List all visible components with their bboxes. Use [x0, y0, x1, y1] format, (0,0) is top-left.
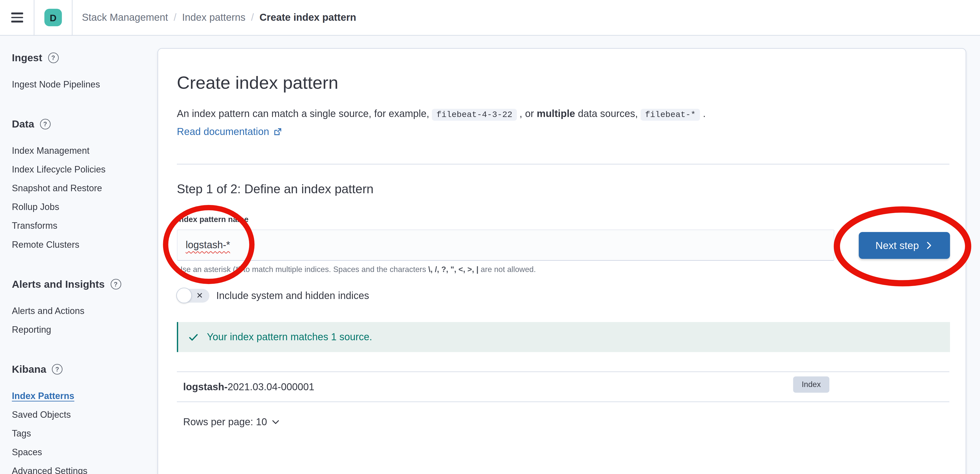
next-step-label: Next step: [875, 239, 919, 252]
next-step-button[interactable]: Next step: [859, 232, 950, 259]
callout-message: Your index pattern matches 1 source.: [207, 332, 372, 343]
intro-bold: multiple: [537, 108, 575, 119]
section-title-text: Kibana: [12, 363, 46, 375]
sidebar-item-reporting[interactable]: Reporting: [12, 320, 158, 339]
code-chip: filebeat-4-3-22: [432, 109, 517, 121]
sidebar-section-title-data: Data ?: [12, 118, 158, 130]
toggle-label: Include system and hidden indices: [216, 290, 369, 302]
help-icon[interactable]: ?: [48, 52, 59, 63]
sidebar-section-title-kibana: Kibana ?: [12, 363, 158, 375]
read-documentation-link[interactable]: Read documentation: [177, 124, 282, 139]
section-title-text: Ingest: [12, 51, 43, 64]
page-title: Create index pattern: [177, 72, 338, 93]
management-sidebar: Ingest ? Ingest Node Pipelines Data ? In…: [0, 35, 158, 474]
breadcrumb-index-patterns[interactable]: Index patterns: [182, 12, 246, 23]
sidebar-item-saved-objects[interactable]: Saved Objects: [12, 405, 158, 424]
create-index-pattern-panel: Create index pattern An index pattern ca…: [158, 48, 966, 474]
sidebar-item-rollup-jobs[interactable]: Rollup Jobs: [12, 198, 158, 216]
external-link-icon: [273, 128, 282, 136]
intro-part: An index pattern can match a single sour…: [177, 108, 429, 119]
row-name-rest: 2021.03.04-000001: [228, 381, 314, 392]
success-callout: Your index pattern matches 1 source.: [177, 322, 950, 352]
index-pattern-value: logstash-*: [186, 239, 230, 251]
helper-pre: Use an asterisk (*) to match multiple in…: [177, 265, 426, 274]
index-badge: Index: [793, 377, 829, 393]
divider: [177, 164, 950, 164]
sidebar-item-snapshot-and-restore[interactable]: Snapshot and Restore: [12, 179, 158, 198]
intro-part: .: [703, 108, 706, 119]
section-title-text: Data: [12, 118, 34, 130]
breadcrumb-separator: /: [251, 12, 254, 23]
menu-button[interactable]: [0, 0, 35, 35]
intro-part: , or: [520, 108, 534, 119]
sidebar-section-kibana: Kibana ? Index Patterns Saved Objects Ta…: [12, 363, 158, 474]
sidebar-item-tags[interactable]: Tags: [12, 424, 158, 443]
space-avatar: D: [45, 9, 62, 26]
sidebar-item-index-patterns[interactable]: Index Patterns: [12, 386, 158, 405]
include-hidden-indices-row: ✕ Include system and hidden indices: [177, 288, 369, 304]
breadcrumb-stack-management[interactable]: Stack Management: [82, 12, 168, 23]
sidebar-item-alerts-and-actions[interactable]: Alerts and Actions: [12, 302, 158, 320]
help-icon[interactable]: ?: [110, 279, 121, 289]
space-switcher[interactable]: D: [35, 0, 73, 35]
sidebar-section-title-alerts-insights: Alerts and Insights ?: [12, 278, 158, 290]
include-hidden-toggle[interactable]: ✕: [177, 289, 209, 303]
kibana-page: D Stack Management / Index patterns / Cr…: [0, 0, 980, 474]
intro-part: data sources,: [578, 108, 638, 119]
toggle-knob: [176, 288, 192, 303]
table-row: logstash-2021.03.04-000001 Index: [177, 372, 950, 402]
intro-text: An index pattern can match a single sour…: [177, 106, 947, 123]
row-name-match: logstash-: [183, 381, 228, 392]
toggle-off-x-icon: ✕: [196, 291, 203, 301]
input-helper-text: Use an asterisk (*) to match multiple in…: [177, 265, 536, 275]
read-documentation-label: Read documentation: [177, 124, 269, 139]
sidebar-section-data: Data ? Index Management Index Lifecycle …: [12, 118, 158, 254]
helper-chars: \, /, ?, ", <, >, |: [428, 265, 479, 274]
chevron-down-icon: [272, 418, 280, 426]
section-title-text: Alerts and Insights: [12, 278, 105, 290]
row-name: logstash-2021.03.04-000001: [183, 381, 314, 393]
index-pattern-name-label: Index pattern name: [177, 215, 249, 224]
sidebar-item-spaces[interactable]: Spaces: [12, 443, 158, 461]
breadcrumb-create-index-pattern: Create index pattern: [259, 12, 356, 23]
check-icon: [188, 332, 199, 343]
sidebar-item-index-management[interactable]: Index Management: [12, 141, 158, 160]
hamburger-icon: [11, 13, 23, 22]
chevron-right-icon: [925, 241, 934, 249]
code-chip: filebeat-*: [641, 109, 700, 121]
sidebar-item-ingest-node-pipelines[interactable]: Ingest Node Pipelines: [12, 75, 158, 94]
sidebar-item-index-lifecycle-policies[interactable]: Index Lifecycle Policies: [12, 160, 158, 179]
sidebar-section-ingest: Ingest ? Ingest Node Pipelines: [12, 51, 158, 94]
sidebar-item-remote-clusters[interactable]: Remote Clusters: [12, 235, 158, 254]
rows-per-page-button[interactable]: Rows per page: 10: [183, 417, 280, 428]
sidebar-section-alerts-insights: Alerts and Insights ? Alerts and Actions…: [12, 278, 158, 339]
help-icon[interactable]: ?: [52, 364, 63, 374]
breadcrumb-separator: /: [173, 12, 177, 23]
sidebar-item-transforms[interactable]: Transforms: [12, 216, 158, 235]
helper-post: are not allowed.: [481, 265, 536, 274]
table-divider: [177, 402, 950, 402]
sidebar-section-title-ingest: Ingest ?: [12, 51, 158, 64]
help-icon[interactable]: ?: [40, 118, 51, 129]
index-pattern-input[interactable]: logstash-*: [177, 230, 834, 261]
step-heading: Step 1 of 2: Define an index pattern: [177, 181, 374, 197]
breadcrumb: Stack Management / Index patterns / Crea…: [82, 12, 356, 23]
sidebar-item-advanced-settings[interactable]: Advanced Settings: [12, 461, 158, 474]
rows-per-page-label: Rows per page: 10: [183, 417, 267, 428]
top-header-bar: D Stack Management / Index patterns / Cr…: [0, 0, 980, 36]
